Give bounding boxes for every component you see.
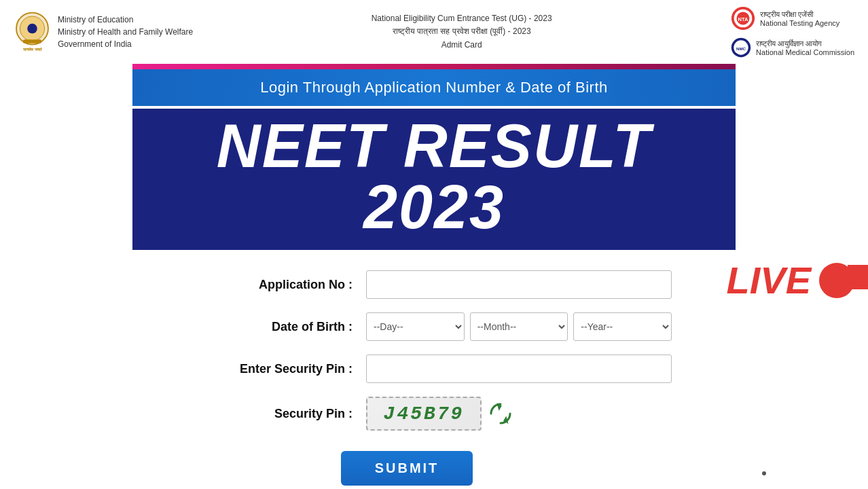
security-pin-input[interactable]: [366, 355, 672, 383]
application-no-input[interactable]: [366, 270, 672, 299]
svg-text:NTA: NTA: [738, 16, 749, 22]
nmc-english-label: National Medical Commission: [756, 48, 854, 56]
dob-label: Date of Birth :: [196, 320, 352, 334]
dob-row: Date of Birth : --Day-- --Month-- --Year…: [196, 312, 672, 341]
neet-banner: NEET Result 2023: [132, 109, 736, 250]
captcha-image: J45B79: [366, 397, 482, 431]
svg-text:सत्यमेव जयते: सत्यमेव जयते: [22, 46, 42, 51]
login-banner-text: Login Through Application Number & Date …: [260, 79, 608, 96]
exam-info: National Eligibility Cum Entrance Test (…: [372, 12, 552, 52]
security-pin-display-row: Security Pin : J45B79: [196, 397, 672, 431]
top-decorative-bar: [132, 64, 736, 69]
exam-name-english: National Eligibility Cum Entrance Test (…: [372, 12, 552, 25]
nta-hindi-label: राष्ट्रीय परीक्षा एजेंसी: [760, 10, 839, 19]
nmc-logo-icon: NMC: [730, 37, 752, 58]
refresh-captcha-icon[interactable]: [488, 401, 513, 426]
header-right-logos: NTA राष्ट्रीय परीक्षा एजेंसी National Te…: [730, 5, 854, 58]
dob-month-select[interactable]: --Month--: [470, 312, 568, 341]
dob-year-select[interactable]: --Year--: [573, 312, 672, 341]
login-banner: Login Through Application Number & Date …: [132, 69, 736, 106]
government-india: Government of India: [58, 38, 193, 50]
nmc-block: NMC राष्ट्रीय आयुर्विज्ञान आयोग National…: [730, 37, 854, 58]
security-pin-display-label: Security Pin :: [196, 407, 352, 421]
live-indicator: LIVE: [727, 258, 854, 302]
nmc-hindi-label: राष्ट्रीय आयुर्विज्ञान आयोग: [756, 39, 854, 48]
live-stripe: [848, 265, 868, 289]
ministry-info: Ministry of Education Ministry of Health…: [58, 14, 193, 50]
page-header: सत्यमेव जयते Ministry of Education Minis…: [0, 0, 868, 64]
ministry-health: Ministry of Health and Family Welfare: [58, 26, 193, 38]
svg-rect-11: [23, 39, 41, 43]
application-no-label: Application No :: [196, 278, 352, 292]
nta-block: NTA राष्ट्रीय परीक्षा एजेंसी National Te…: [730, 5, 854, 31]
admit-card-label: Admit Card: [372, 39, 552, 52]
application-no-row: Application No :: [196, 270, 672, 299]
nta-info: राष्ट्रीय परीक्षा एजेंसी National Testin…: [760, 10, 839, 27]
nta-logo-icon: NTA: [730, 5, 756, 31]
exam-name-hindi: राष्ट्रीय पात्रता सह प्रवेश परीक्षा (पूर…: [372, 25, 552, 38]
nta-english-label: National Testing Agency: [760, 19, 839, 27]
svg-text:NMC: NMC: [736, 46, 746, 51]
neet-result-title: NEET Result 2023: [146, 115, 722, 238]
security-pin-display: J45B79: [366, 397, 513, 431]
security-pin-label: Enter Security Pin :: [196, 362, 352, 376]
dob-selects: --Day-- --Month-- --Year--: [366, 312, 672, 341]
security-pin-input-row: Enter Security Pin :: [196, 355, 672, 383]
dob-day-select[interactable]: --Day--: [366, 312, 465, 341]
india-emblem-icon: सत्यमेव जयते: [14, 10, 51, 54]
ministry-education: Ministry of Education: [58, 14, 193, 26]
live-text: LIVE: [727, 258, 811, 302]
header-left: सत्यमेव जयते Ministry of Education Minis…: [14, 10, 193, 54]
submit-button[interactable]: SUBMIT: [341, 451, 473, 486]
nmc-info: राष्ट्रीय आयुर्विज्ञान आयोग National Med…: [756, 39, 854, 56]
bottom-dot: [762, 471, 766, 475]
